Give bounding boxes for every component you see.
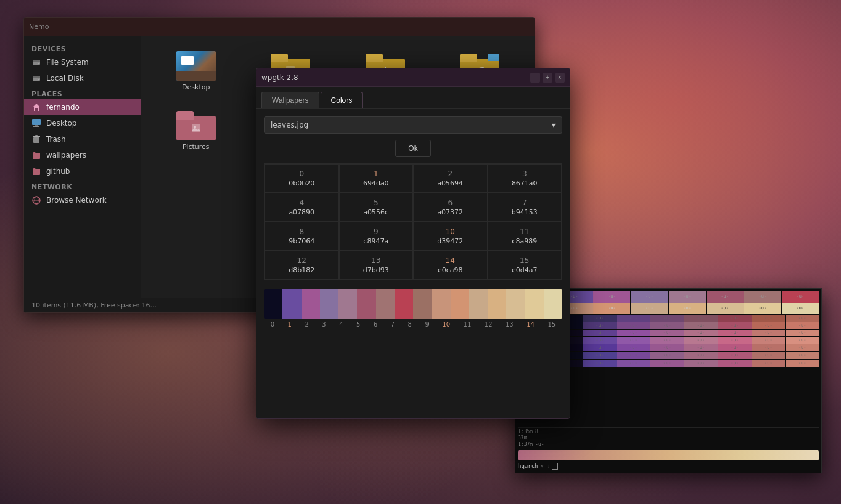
color-cell-0[interactable]: 0 0b0b20 bbox=[265, 164, 339, 193]
term-cell: -u- bbox=[744, 303, 781, 314]
color-hex-14: e0ca98 bbox=[416, 266, 485, 274]
color-cell-9[interactable]: 9 c8947a bbox=[339, 222, 414, 251]
color-num-15: 15 bbox=[491, 256, 559, 265]
term-timestamps-2: 37m bbox=[518, 435, 819, 441]
svg-point-2 bbox=[38, 63, 39, 64]
dropdown-row: leaves.jpg ▾ bbox=[264, 116, 562, 134]
sidebar-item-trash[interactable]: Trash bbox=[24, 131, 141, 147]
swatch-12[interactable] bbox=[488, 289, 506, 319]
swatch-11[interactable] bbox=[469, 289, 488, 319]
file-manager-title: Nemo bbox=[29, 23, 49, 31]
svg-rect-12 bbox=[35, 135, 38, 136]
palette-label-4: 4 bbox=[339, 321, 343, 328]
color-cell-6[interactable]: 6 a07372 bbox=[413, 193, 488, 222]
palette-label-6: 6 bbox=[374, 321, 377, 328]
color-num-2: 2 bbox=[416, 169, 485, 178]
color-cell-13[interactable]: 13 d7bd93 bbox=[339, 251, 414, 280]
color-hex-9: c8947a bbox=[342, 237, 411, 245]
swatch-6[interactable] bbox=[376, 289, 395, 319]
tab-wallpapers[interactable]: Wallpapers bbox=[261, 92, 319, 108]
color-hex-13: d7bd93 bbox=[342, 266, 411, 274]
dropdown-value: leaves.jpg bbox=[271, 121, 308, 129]
color-cell-14[interactable]: 14 e0ca98 bbox=[413, 251, 488, 280]
swatch-1[interactable] bbox=[282, 289, 301, 319]
sidebar-item-wallpapers[interactable]: wallpapers bbox=[24, 147, 141, 163]
color-cell-8[interactable]: 8 9b7064 bbox=[265, 222, 339, 251]
wpgtk-titlebar: wpgtk 2.8 – + × bbox=[256, 68, 570, 87]
file-item-pictures[interactable]: Pictures bbox=[151, 104, 241, 156]
sidebar-item-fernando[interactable]: fernando bbox=[24, 99, 141, 115]
color-grid: 0 0b0b20 1 694da0 2 a05694 3 8671a0 4 a0… bbox=[264, 163, 562, 280]
sidebar-item-github[interactable]: github bbox=[24, 163, 141, 179]
term-cell: -u- bbox=[744, 291, 781, 303]
color-num-9: 9 bbox=[342, 227, 411, 236]
color-cell-11[interactable]: 11 c8a989 bbox=[488, 222, 562, 251]
swatch-9[interactable] bbox=[432, 289, 450, 319]
palette-label-1: 1 bbox=[288, 321, 292, 328]
swatch-7[interactable] bbox=[395, 289, 413, 319]
close-button[interactable]: × bbox=[555, 73, 565, 83]
sidebar-item-fernando-label: fernando bbox=[46, 103, 80, 112]
palette-label-2: 2 bbox=[305, 321, 308, 328]
svg-rect-9 bbox=[33, 126, 39, 127]
ok-button[interactable]: Ok bbox=[395, 140, 430, 157]
color-hex-0: 0b0b20 bbox=[268, 179, 336, 187]
swatch-14[interactable] bbox=[525, 289, 544, 319]
color-hex-12: d8b182 bbox=[268, 266, 336, 274]
color-cell-15[interactable]: 15 e0d4a7 bbox=[488, 251, 562, 280]
timestamp-4: 1:37m bbox=[518, 442, 533, 448]
file-item-desktop[interactable]: Desktop bbox=[151, 46, 241, 99]
tab-colors[interactable]: Colors bbox=[321, 92, 363, 108]
color-cell-3[interactable]: 3 8671a0 bbox=[488, 164, 562, 193]
color-num-4: 4 bbox=[268, 198, 336, 207]
sidebar-item-local-disk[interactable]: Local Disk bbox=[24, 70, 141, 86]
swatch-3[interactable] bbox=[320, 289, 338, 319]
color-num-11: 11 bbox=[491, 227, 559, 236]
sidebar-item-file-system[interactable]: File System bbox=[24, 54, 141, 70]
color-num-5: 5 bbox=[342, 198, 411, 207]
color-cell-5[interactable]: 5 a0556c bbox=[339, 193, 414, 222]
swatch-2[interactable] bbox=[302, 289, 320, 319]
minimize-button[interactable]: – bbox=[530, 73, 540, 83]
color-cell-12[interactable]: 12 d8b182 bbox=[265, 251, 339, 280]
palette-label-0: 0 bbox=[271, 321, 274, 328]
desktop-thumbnail bbox=[176, 51, 216, 81]
svg-rect-10 bbox=[33, 137, 39, 143]
term-cell: -u- bbox=[707, 303, 744, 314]
color-cell-7[interactable]: 7 b94153 bbox=[488, 193, 562, 222]
palette-bar bbox=[264, 289, 562, 319]
drive-icon bbox=[31, 57, 41, 67]
swatch-10[interactable] bbox=[451, 289, 469, 319]
term-cell: -u- bbox=[669, 303, 706, 314]
swatch-5[interactable] bbox=[357, 289, 375, 319]
svg-point-5 bbox=[38, 79, 39, 80]
swatch-8[interactable] bbox=[413, 289, 432, 319]
term-cell: -u- bbox=[707, 291, 744, 303]
palette-label-5: 5 bbox=[356, 321, 360, 328]
color-num-13: 13 bbox=[342, 256, 411, 265]
swatch-0[interactable] bbox=[264, 289, 282, 319]
color-num-6: 6 bbox=[416, 198, 485, 207]
color-hex-2: a05694 bbox=[416, 179, 485, 187]
maximize-button[interactable]: + bbox=[543, 73, 552, 83]
file-dropdown[interactable]: leaves.jpg ▾ bbox=[264, 116, 562, 134]
sidebar-item-github-label: github bbox=[46, 167, 70, 176]
color-hex-10: d39472 bbox=[416, 237, 485, 245]
color-cell-2[interactable]: 2 a05694 bbox=[413, 164, 488, 193]
swatch-4[interactable] bbox=[338, 289, 357, 319]
color-cell-10[interactable]: 10 d39472 bbox=[413, 222, 488, 251]
swatch-15[interactable] bbox=[544, 289, 562, 319]
file-manager-sidebar: DEVICES File System Local Disk PLACES fe… bbox=[24, 36, 141, 298]
swatch-13[interactable] bbox=[506, 289, 525, 319]
wpgtk-dialog: wpgtk 2.8 – + × Wallpapers Colors leaves… bbox=[256, 68, 570, 419]
network-icon bbox=[31, 195, 41, 205]
palette-label-15: 15 bbox=[548, 321, 556, 328]
color-num-3: 3 bbox=[491, 169, 559, 178]
color-cell-4[interactable]: 4 a07890 bbox=[265, 193, 339, 222]
palette-label-7: 7 bbox=[391, 321, 395, 328]
sidebar-item-browse-network[interactable]: Browse Network bbox=[24, 192, 141, 208]
term-cell: -u- bbox=[782, 303, 819, 314]
sidebar-item-desktop[interactable]: Desktop bbox=[24, 115, 141, 131]
color-cell-1[interactable]: 1 694da0 bbox=[339, 164, 414, 193]
term-prompt-row: hqarch » : bbox=[518, 463, 819, 470]
